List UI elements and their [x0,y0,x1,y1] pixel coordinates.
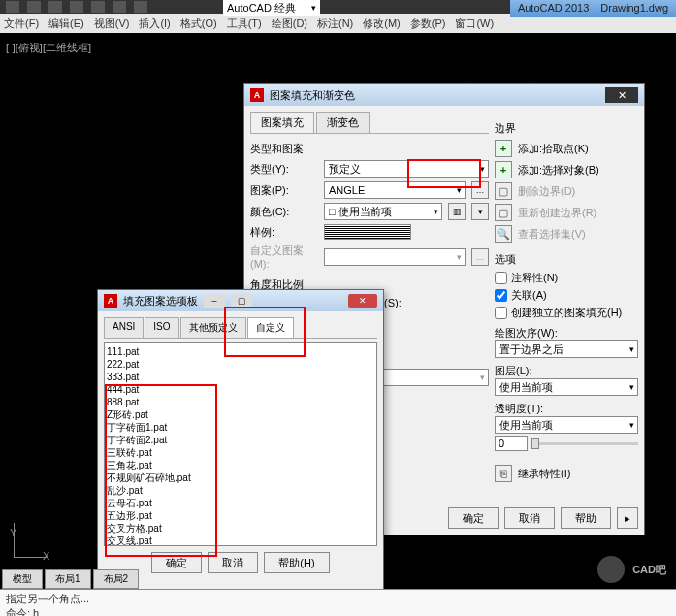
command-line[interactable]: 指定另一个角点... 命令: h [0,589,676,616]
workspace-selector[interactable]: AutoCAD 经典 [223,0,320,16]
qat-icon[interactable] [48,1,62,13]
associative-checkbox[interactable] [495,289,507,302]
pattern-value: ANGLE [329,184,365,196]
pattern-item[interactable]: 不规则矿石碎地.pat [107,471,374,484]
plus-icon[interactable]: + [495,161,512,178]
tab-hatch[interactable]: 图案填充 [250,112,314,133]
annotative-checkbox[interactable] [495,272,507,284]
help-button[interactable]: 帮助(H) [264,552,329,573]
doc-name: Drawing1.dwg [600,2,668,16]
app-name: AutoCAD 2013 [518,2,589,16]
qat-icon[interactable] [91,1,105,13]
pattern-item[interactable]: 交叉线.pat [107,535,374,546]
type-label: 类型(Y): [250,162,318,177]
menu-format[interactable]: 格式(O) [180,16,217,31]
separate-checkbox[interactable] [495,307,507,319]
menu-insert[interactable]: 插入(I) [139,16,170,31]
transparency-combo[interactable]: 使用当前项 [495,416,638,434]
menu-edit[interactable]: 编辑(E) [48,16,84,31]
pattern-label: 图案(P): [250,183,318,198]
palette-titlebar[interactable]: A 填充图案选项板 – ▢ ✕ [98,290,383,311]
qat-icon[interactable] [113,1,126,13]
pattern-item[interactable]: 交叉方格.pat [107,522,374,535]
add-pick-points[interactable]: 添加:拾取点(K) [518,142,589,156]
menu-window[interactable]: 窗口(W) [455,16,494,31]
color-label: 颜色(C): [250,205,318,219]
color-combo[interactable]: □ 使用当前项 [324,203,442,220]
ok-button[interactable]: 确定 [448,507,499,529]
menu-draw[interactable]: 绘图(D) [272,16,307,31]
viewport-label[interactable]: [-][俯视][二维线框] [0,35,676,61]
ok-button[interactable]: 确定 [151,552,202,573]
color-value: □ 使用当前项 [329,205,392,219]
cancel-button[interactable]: 取消 [504,507,555,529]
help-button[interactable]: 帮助 [561,507,611,529]
ucs-x: X [43,550,49,562]
close-icon[interactable]: ✕ [605,87,638,103]
sample-label: 样例: [250,225,318,240]
pattern-item[interactable]: 222.pat [107,358,374,371]
pattern-list[interactable]: 111.pat222.pat333.pat444.pat888.patZ形砖.p… [104,342,377,546]
annotative-label: 注释性(N) [511,271,558,285]
pattern-item[interactable]: 333.pat [107,371,374,383]
menu-param[interactable]: 参数(P) [410,16,446,31]
type-combo[interactable]: 预定义 [324,160,489,178]
tab-other[interactable]: 其他预定义 [180,317,246,338]
draw-order-label: 绘图次序(W): [495,326,638,340]
pattern-item[interactable]: 丁字砖面2.pat [107,434,374,446]
pattern-item[interactable]: 三联砖.pat [107,446,374,459]
transparency-label: 透明度(T): [495,402,638,416]
tab-layout1[interactable]: 布局1 [45,569,91,589]
qat-icon[interactable] [27,1,41,13]
tab-gradient[interactable]: 渐变色 [316,112,370,133]
inherit-props[interactable]: 继承特性(I) [518,467,570,481]
bg-color-dropdown[interactable]: ▾ [471,203,489,220]
qat-icon[interactable] [6,1,19,13]
sample-swatch[interactable] [324,224,411,240]
palette-title: 填充图案选项板 [123,294,198,308]
tab-custom[interactable]: 自定义 [247,317,294,338]
inherit-icon[interactable]: ⎘ [495,465,512,482]
tab-iso[interactable]: ISO [145,317,178,338]
layer-combo[interactable]: 使用当前项 [495,378,638,396]
custom-pattern-label: 自定义图案(M): [250,243,318,270]
menu-tools[interactable]: 工具(T) [227,16,262,31]
menu-view[interactable]: 视图(V) [94,16,130,31]
recreate-icon: ▢ [495,204,512,221]
pattern-item[interactable]: 111.pat [107,345,374,358]
recreate-boundary: 重新创建边界(R) [518,206,596,220]
pattern-item[interactable]: 五边形.pat [107,509,374,522]
layer-label: 图层(L): [495,364,638,378]
pattern-browse-button[interactable]: … [471,181,489,199]
pattern-item[interactable]: 三角花.pat [107,459,374,471]
plus-icon[interactable]: + [495,140,512,157]
bg-color-button[interactable]: ▥ [448,203,466,220]
pattern-item[interactable]: Z形砖.pat [107,408,374,421]
pattern-item[interactable]: 888.pat [107,396,374,408]
tab-ansi[interactable]: ANSI [104,317,144,338]
layer-value: 使用当前项 [499,380,553,395]
tab-layout2[interactable]: 布局2 [93,569,140,589]
draw-order-combo[interactable]: 置于边界之后 [495,340,638,358]
menu-dimension[interactable]: 标注(N) [317,16,353,31]
close-icon[interactable]: ✕ [348,294,377,308]
maximize-icon[interactable]: ▢ [231,294,252,308]
add-select-objects[interactable]: 添加:选择对象(B) [518,163,599,178]
pattern-combo[interactable]: ANGLE [324,181,466,199]
hatch-dialog-title: 图案填充和渐变色 [270,88,355,103]
menu-modify[interactable]: 修改(M) [363,16,401,31]
pattern-item[interactable]: 444.pat [107,383,374,396]
hatch-dialog-titlebar[interactable]: A 图案填充和渐变色 ✕ [244,84,644,106]
pattern-item[interactable]: 云母石.pat [107,497,374,509]
qat-icon[interactable] [70,1,83,13]
pattern-item[interactable]: 乱沙.pat [107,484,374,497]
transparency-spin[interactable]: 0 [495,436,528,451]
minimize-icon[interactable]: – [204,294,225,308]
expand-button[interactable]: ▸ [617,507,638,529]
transparency-slider[interactable] [531,442,638,445]
menu-file[interactable]: 文件(F) [4,16,39,31]
pattern-item[interactable]: 丁字砖面1.pat [107,421,374,434]
qat-icon[interactable] [134,1,147,13]
tab-model[interactable]: 模型 [2,569,43,589]
cancel-button[interactable]: 取消 [208,552,258,573]
